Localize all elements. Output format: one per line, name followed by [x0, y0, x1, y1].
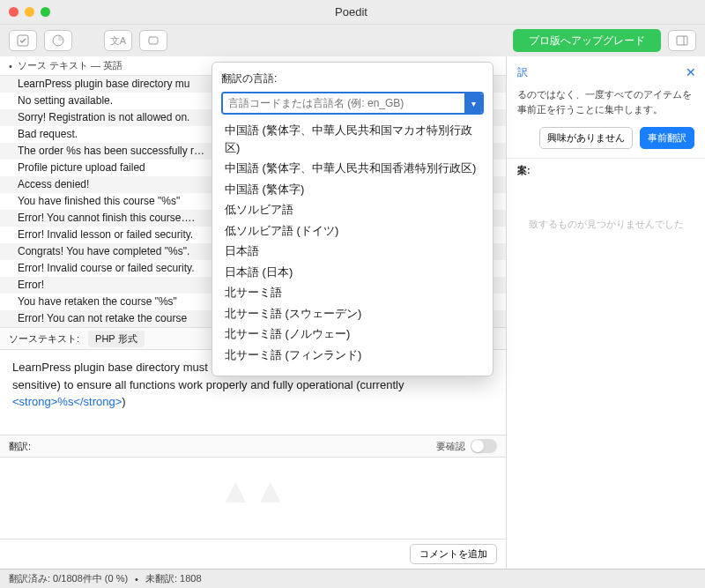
- language-option[interactable]: 低ソルビア語 (ドイツ): [221, 220, 484, 242]
- add-comment-button[interactable]: コメントを追加: [410, 544, 497, 564]
- window-title: Poedit: [50, 5, 652, 19]
- suggestions-header: 案:: [507, 158, 705, 182]
- language-option[interactable]: 中国語 (繁体字、中華人民共和国香港特別行政区): [221, 158, 484, 179]
- titlebar: Poedit: [0, 0, 705, 25]
- close-icon[interactable]: ✕: [686, 65, 696, 79]
- pretranslate-panel: ✕ 訳 るのではなく、一度すべてのアイテムを事前正を行うことに集中します。 興味…: [507, 56, 705, 158]
- needs-work-toggle[interactable]: 要確認: [436, 439, 497, 453]
- column-header-label: ソース テキスト — 英語: [18, 59, 122, 72]
- language-popover: 翻訳の言語: ▾ 中国語 (繁体字、中華人民共和国マカオ特別行政区)中国語 (繁…: [212, 62, 494, 376]
- stats-button[interactable]: [44, 30, 72, 51]
- close-window-button[interactable]: [9, 7, 19, 17]
- translation-input[interactable]: ▲▲: [0, 458, 506, 539]
- source-bar-label: ソーステキスト:: [9, 332, 79, 346]
- translation-bar-label: 翻訳:: [9, 440, 31, 453]
- status-untranslated: 未翻訳: 1808: [145, 572, 202, 585]
- language-option[interactable]: 日本語: [221, 241, 484, 262]
- chevron-down-icon[interactable]: ▾: [464, 93, 482, 113]
- language-input[interactable]: [223, 93, 464, 113]
- right-pane: ✕ 訳 るのではなく、一度すべてのアイテムを事前正を行うことに集中します。 興味…: [507, 56, 705, 569]
- not-interested-button[interactable]: 興味がありません: [539, 127, 633, 149]
- status-translated: 翻訳済み: 0/1808件中 (0 %): [9, 572, 128, 585]
- pretranslate-button[interactable]: 事前翻訳: [640, 127, 694, 149]
- language-option[interactable]: 低ソルビア語: [221, 199, 484, 220]
- minimize-window-button[interactable]: [25, 7, 34, 17]
- validate-button[interactable]: [9, 30, 37, 51]
- statusbar: 翻訳済み: 0/1808件中 (0 %) • 未翻訳: 1808: [0, 569, 705, 588]
- svg-rect-3: [677, 36, 687, 45]
- suggestion-button[interactable]: [139, 30, 167, 51]
- language-option[interactable]: 北ロル語: [221, 365, 484, 367]
- language-option[interactable]: 日本語 (日本): [221, 262, 484, 283]
- panel-body: るのではなく、一度すべてのアイテムを事前正を行うことに集中します。: [517, 87, 694, 116]
- zoom-window-button[interactable]: [41, 7, 50, 17]
- translate-button[interactable]: 文A: [104, 30, 132, 51]
- language-option[interactable]: 北サーミ語 (スウェーデン): [221, 303, 484, 324]
- window-controls: [9, 7, 50, 17]
- translation-bar: 翻訳: 要確認: [0, 435, 506, 458]
- sidebar-toggle-button[interactable]: [668, 30, 696, 51]
- no-suggestions-text: 致するものが見つかりませんでした: [507, 182, 705, 266]
- language-options: 中国語 (繁体字、中華人民共和国マカオ特別行政区)中国語 (繁体字、中華人民共和…: [221, 120, 484, 367]
- language-combobox[interactable]: ▾: [221, 92, 484, 115]
- watermark-icon: ▲▲: [218, 470, 287, 510]
- format-badge: PHP 形式: [88, 331, 144, 347]
- language-label: 翻訳の言語:: [221, 71, 484, 86]
- panel-header: 訳: [517, 65, 694, 80]
- language-option[interactable]: 北サーミ語 (ノルウェー): [221, 324, 484, 345]
- svg-rect-2: [149, 37, 158, 44]
- toggle-switch[interactable]: [471, 439, 497, 453]
- language-option[interactable]: 中国語 (繁体字、中華人民共和国マカオ特別行政区): [221, 120, 484, 158]
- language-option[interactable]: 北サーミ語: [221, 282, 484, 303]
- upgrade-button[interactable]: プロ版へアップグレード: [513, 29, 661, 52]
- language-option[interactable]: 中国語 (繁体字): [221, 179, 484, 200]
- language-option[interactable]: 北サーミ語 (フィンランド): [221, 345, 484, 366]
- comment-bar: コメントを追加: [0, 539, 506, 569]
- toolbar: 文A プロ版へアップグレード: [0, 25, 705, 56]
